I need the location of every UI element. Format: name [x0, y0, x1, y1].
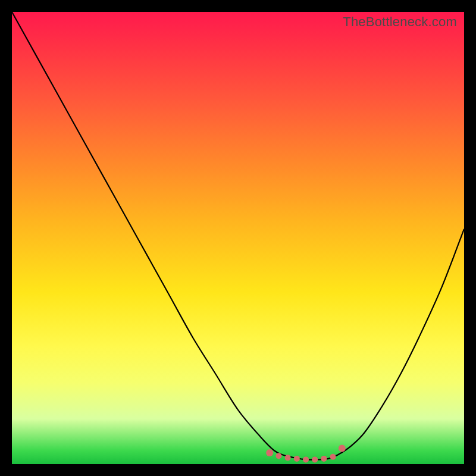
curve-path [12, 12, 464, 460]
optimal-marker-dot [312, 456, 318, 462]
optimal-marker-dot [294, 456, 300, 462]
optimal-marker-group [266, 444, 346, 462]
optimal-marker-dot [266, 449, 273, 456]
optimal-marker-dot [330, 454, 336, 460]
optimal-marker-dot [275, 453, 281, 459]
optimal-marker-dot [285, 455, 291, 461]
optimal-marker-dot [339, 444, 346, 452]
optimal-marker-dot [303, 456, 309, 462]
optimal-marker-dot [321, 456, 327, 462]
bottleneck-chart [12, 12, 464, 464]
chart-plot-area: TheBottleneck.com [12, 12, 464, 464]
